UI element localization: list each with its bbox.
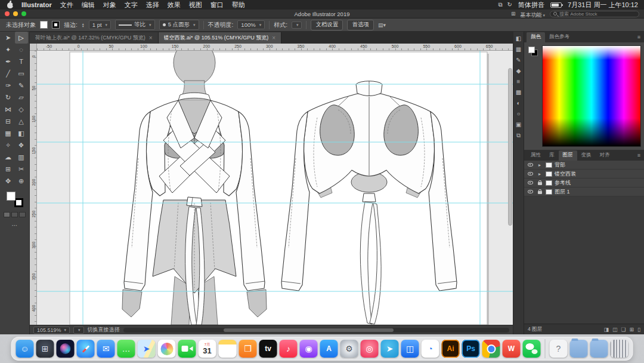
lasso-tool[interactable]: ◌	[15, 44, 28, 56]
document-tab[interactable]: 镂空西装.ai* @ 105.51% (CMYK/GPU 预览)×	[159, 32, 282, 44]
scrollbar-thumb[interactable]	[508, 68, 512, 226]
canvas[interactable]	[37, 51, 513, 325]
dock-messages[interactable]: …	[117, 340, 135, 358]
direct-selection-tool[interactable]: ▷	[15, 32, 28, 44]
menu-item[interactable]: 对象	[103, 1, 116, 10]
layers-panel-tab[interactable]: 变换	[577, 150, 596, 161]
menu-item[interactable]: 文件	[60, 1, 73, 10]
dock-illustrator[interactable]: Ai	[442, 340, 460, 358]
expand-toggle[interactable]: ▸	[536, 171, 543, 177]
dock-launchpad[interactable]: ⊞	[36, 340, 54, 358]
brush-definition-dropdown[interactable]: 5 点圆形▾	[159, 20, 199, 30]
dock-appletv[interactable]: tv	[259, 340, 277, 358]
dock-finder[interactable]: ☺	[16, 340, 34, 358]
fill-stroke-chips[interactable]	[527, 45, 539, 147]
dock-documents-folder[interactable]	[570, 340, 588, 358]
new-layer-icon[interactable]: ⊞	[630, 327, 634, 333]
scale-tool[interactable]: ▱	[15, 91, 28, 103]
layer-row[interactable]: 图层 1	[524, 187, 644, 196]
dock-unknown-app[interactable]: ?	[550, 340, 568, 358]
menu-item[interactable]: 帮助	[232, 1, 245, 10]
document-setup-button[interactable]: 文档设置	[311, 20, 343, 30]
visibility-toggle[interactable]	[527, 190, 534, 193]
dock-podcasts[interactable]: ◉	[300, 340, 318, 358]
stroke-color-swatch[interactable]	[52, 21, 60, 29]
stock-search-input[interactable]: 搜索 Adobe Stock	[550, 11, 639, 17]
dock-camera-app[interactable]: ◎	[361, 340, 379, 358]
fill-chip[interactable]	[528, 47, 535, 53]
dock-siri[interactable]	[57, 340, 75, 358]
horizontal-scrollbar[interactable]	[123, 328, 509, 333]
dock-telegram[interactable]: ➤	[381, 340, 399, 358]
dock-mail[interactable]: ✉	[97, 340, 115, 358]
dock-wechat[interactable]	[523, 340, 541, 358]
dock-system-preferences[interactable]: ⚙	[340, 340, 358, 358]
sync-status-icon[interactable]: ↻	[507, 1, 512, 8]
close-window-button[interactable]	[5, 11, 10, 16]
artboard-navigation-dropdown[interactable]: ▾	[73, 327, 84, 334]
layers-panel-tab[interactable]: 属性	[527, 150, 545, 161]
battery-icon[interactable]	[550, 2, 562, 8]
symbols-panel-icon[interactable]: ◆	[516, 67, 521, 74]
fill-box-icon[interactable]	[7, 192, 16, 201]
menu-item[interactable]: 效果	[168, 1, 181, 10]
color-spectrum[interactable]	[542, 45, 641, 147]
apple-menu-icon[interactable]	[6, 1, 14, 8]
pencil-tool[interactable]: ✎	[15, 79, 28, 91]
column-graph-tool[interactable]: ▥	[15, 151, 28, 163]
close-icon[interactable]: ×	[272, 35, 275, 41]
make-mask-icon[interactable]: ◫	[612, 327, 618, 333]
menu-item[interactable]: 窗口	[210, 1, 224, 10]
stroke-weight-stepper[interactable]: ▲▼	[82, 23, 85, 27]
dock-safari[interactable]	[77, 340, 95, 358]
draw-behind-mode-button[interactable]	[11, 212, 18, 217]
dock-photoshop[interactable]: Ps	[462, 340, 480, 358]
rotate-tool[interactable]: ↻	[2, 91, 15, 103]
color-panel-tab[interactable]: 颜色	[527, 32, 545, 42]
stroke-weight-value[interactable]: 1 pt▾	[89, 20, 111, 29]
fill-stroke-control[interactable]	[7, 192, 23, 207]
appearance-panel-icon[interactable]: ○	[516, 110, 520, 117]
gradient-tool[interactable]: ◧	[15, 127, 28, 139]
horizontal-ruler[interactable]: -500501001502002503003504004505005506006…	[37, 44, 513, 51]
zoom-window-button[interactable]	[21, 11, 26, 16]
lock-toggle[interactable]	[536, 180, 543, 185]
dock-downloads-folder[interactable]	[590, 340, 608, 358]
dock-notes[interactable]	[219, 340, 237, 358]
rectangle-tool[interactable]: ▭	[15, 67, 28, 79]
dock-wps[interactable]: W	[503, 340, 521, 358]
layers-panel-tab[interactable]: 图层	[559, 150, 577, 161]
magic-wand-tool[interactable]: ✦	[2, 44, 15, 56]
layer-row[interactable]: ▸镂空西装	[524, 170, 644, 179]
visibility-toggle[interactable]	[527, 172, 534, 176]
symbol-sprayer-tool[interactable]: ☁	[2, 151, 15, 163]
transparency-panel-icon[interactable]: ◐	[516, 100, 520, 106]
scrollbar-thumb[interactable]	[224, 328, 394, 332]
dock-maps[interactable]: ➤	[138, 340, 156, 358]
lock-toggle[interactable]	[536, 189, 543, 194]
menu-item[interactable]: 编辑	[82, 1, 95, 10]
close-icon[interactable]: ×	[149, 35, 153, 41]
eyedropper-tool[interactable]: ✧	[2, 139, 15, 151]
document-tab[interactable]: 荷叶袖上衣.ai* @ 147.32% (CMYK/GPU 预览)×	[30, 32, 159, 44]
pen-tool[interactable]: ✒	[2, 56, 15, 67]
swatches-panel-icon[interactable]: ▦	[516, 46, 521, 53]
draw-normal-mode-button[interactable]	[4, 212, 10, 217]
slice-tool[interactable]: ✂	[15, 163, 28, 175]
menubar-clock[interactable]: 7月31日 周一 上午10:12	[568, 1, 638, 10]
dock-trash[interactable]	[611, 340, 628, 358]
hand-tool[interactable]: ✥	[2, 175, 15, 187]
panel-menu-icon[interactable]: ≡	[637, 34, 640, 40]
menu-item[interactable]: 视图	[189, 1, 202, 10]
opacity-value-dropdown[interactable]: 100%▾	[237, 20, 265, 29]
blend-tool[interactable]: ❖	[15, 139, 28, 151]
vertical-scrollbar[interactable]	[508, 52, 512, 324]
collect-export-icon[interactable]: ◨	[603, 327, 609, 333]
dock-chrome[interactable]	[482, 340, 500, 358]
display-status-icon[interactable]: ⧉	[498, 1, 502, 8]
layer-row[interactable]: ▸背部	[524, 161, 644, 170]
layers-panel-tab[interactable]: 对齐	[596, 150, 614, 161]
width-tool[interactable]: ⋈	[2, 103, 15, 115]
zoom-tool[interactable]: ⊕	[15, 175, 28, 187]
dock-netdisk-app[interactable]: ◔	[422, 340, 439, 358]
